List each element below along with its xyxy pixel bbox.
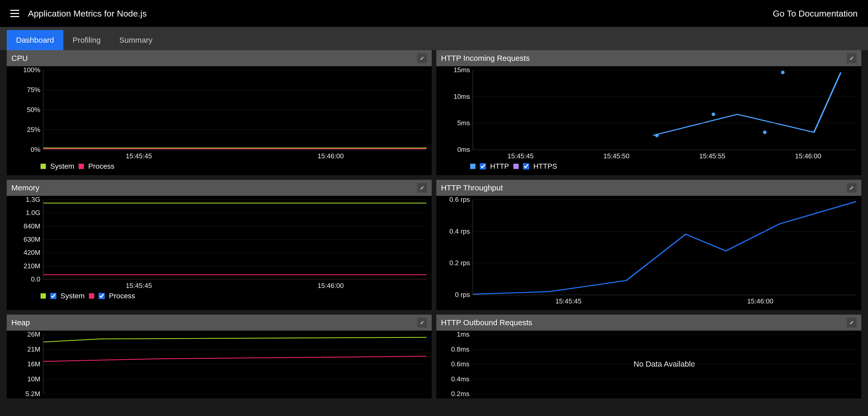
y-tick: 21M (27, 345, 43, 353)
y-tick: 0ms (457, 146, 473, 154)
y-tick: 0 rps (455, 291, 473, 299)
x-tick: 15:45:45 (43, 152, 235, 160)
y-tick: 25% (27, 126, 43, 134)
edit-icon[interactable] (847, 318, 857, 328)
panel-body: 100%75%50%25%0% 15:45:4515:46:00 System … (7, 66, 432, 175)
edit-icon[interactable] (417, 183, 427, 193)
gridline (472, 379, 856, 379)
svg-point-0 (655, 133, 659, 137)
x-tick: 15:45:45 (472, 152, 568, 160)
x-tick: 15:46:00 (664, 297, 856, 305)
y-tick: 1ms (457, 330, 472, 338)
documentation-link[interactable]: Go To Documentation (773, 8, 858, 19)
dashboard-grid: CPU 100%75%50%25%0% 15:45:4515:46:00 Sys… (0, 50, 868, 398)
y-tick: 1.3G (26, 196, 43, 204)
gridline (473, 96, 856, 97)
panel-header: HTTP Outbound Requests (436, 315, 861, 331)
legend-label: Process (109, 292, 135, 300)
swatch-system (40, 293, 46, 299)
gridline (473, 70, 856, 70)
y-tick: 420M (24, 248, 43, 257)
toggle-https[interactable] (523, 163, 529, 170)
y-tick: 0.6 rps (450, 196, 473, 204)
panel-body: 1.3G1.0G840M630M420M210M0.0 15:45:4515:4… (7, 196, 432, 305)
menu-icon[interactable] (10, 10, 19, 17)
swatch-https (513, 164, 519, 169)
y-tick: 5ms (457, 119, 473, 127)
svg-point-1 (712, 113, 715, 116)
panel-header: HTTP Incoming Requests (436, 50, 861, 66)
gridline (43, 364, 427, 364)
legend-http-in: HTTP HTTPS (441, 162, 856, 171)
legend-label: HTTPS (533, 162, 557, 171)
edit-icon[interactable] (417, 318, 427, 328)
gridline (43, 379, 427, 379)
panel-title: CPU (11, 54, 28, 63)
panel-body: No Data Available 1ms0.8ms0.6ms0.4ms0.2m… (436, 331, 861, 398)
legend-memory: System Process (12, 292, 427, 300)
y-tick: 0.4 rps (450, 227, 473, 235)
edit-icon[interactable] (417, 53, 427, 63)
x-tick: 15:46:00 (235, 152, 427, 160)
toggle-process[interactable] (98, 293, 105, 299)
panel-title: HTTP Outbound Requests (441, 318, 532, 327)
y-tick: 50% (27, 106, 43, 114)
panel-cpu: CPU 100%75%50%25%0% 15:45:4515:46:00 Sys… (7, 50, 432, 175)
gridline (43, 90, 427, 90)
chart-http-throughput: 0.6 rps0.4 rps0.2 rps0 rps (472, 200, 856, 295)
panel-http-incoming: HTTP Incoming Requests 15ms10ms5ms (436, 50, 861, 175)
gridline (43, 394, 427, 394)
x-tick: 15:45:45 (43, 282, 235, 290)
gridline (473, 295, 856, 295)
y-tick: 26M (27, 330, 43, 338)
tab-summary[interactable]: Summary (110, 30, 162, 50)
swatch-system (40, 164, 46, 169)
panel-header: HTTP Throughput (436, 180, 861, 196)
y-tick: 840M (24, 222, 43, 230)
gridline (43, 279, 427, 279)
gridline (472, 394, 856, 394)
y-tick: 630M (24, 235, 43, 243)
panel-http-throughput: HTTP Throughput 0.6 rps0.4 rps0.2 rps0 r… (436, 180, 861, 310)
edit-icon[interactable] (847, 53, 857, 63)
gridline (43, 334, 427, 334)
tab-dashboard[interactable]: Dashboard (7, 30, 63, 50)
panel-body: 26M21M16M10M5.2M (7, 331, 432, 398)
panel-body: 0.6 rps0.4 rps0.2 rps0 rps 15:45:4515:46… (436, 196, 861, 310)
gridline (472, 349, 856, 350)
app-title: Application Metrics for Node.js (28, 8, 147, 19)
x-tick: 15:45:50 (568, 152, 664, 160)
y-tick: 0.4ms (451, 375, 472, 383)
panel-header: Heap (7, 315, 432, 331)
panel-memory: Memory 1.3G1.0G840M630M420M210M0.0 15:45… (7, 180, 432, 310)
gridline (43, 129, 427, 130)
x-axis: 15:45:4515:45:5015:45:5515:46:00 (472, 152, 856, 160)
y-tick: 0.2ms (451, 390, 472, 398)
y-tick: 0% (31, 146, 43, 154)
svg-point-3 (781, 71, 785, 74)
panel-title: Heap (11, 318, 30, 327)
legend-cpu: System Process (12, 162, 427, 171)
swatch-http (470, 164, 476, 169)
panel-heap: Heap 26M21M16M10M5.2M (7, 315, 432, 398)
x-axis: 15:45:4515:46:00 (472, 297, 856, 305)
x-tick: 15:46:00 (760, 152, 856, 160)
gridline (472, 334, 856, 334)
chart-http-outbound: No Data Available 1ms0.8ms0.6ms0.4ms0.2m… (472, 334, 856, 394)
y-tick: 75% (27, 86, 43, 94)
toggle-system[interactable] (50, 293, 56, 299)
panel-header: Memory (7, 180, 432, 196)
legend-label: System (50, 162, 74, 171)
edit-icon[interactable] (847, 183, 857, 193)
toggle-http[interactable] (480, 163, 486, 170)
panel-title: Memory (11, 183, 39, 192)
y-tick: 5.2M (25, 390, 43, 398)
swatch-process (89, 293, 94, 299)
gridline (43, 239, 427, 240)
panel-http-outbound: HTTP Outbound Requests No Data Available… (436, 315, 861, 398)
y-tick: 15ms (454, 66, 473, 74)
tab-profiling[interactable]: Profiling (63, 30, 110, 50)
panel-body: 15ms10ms5ms0ms 15:45:4515:45:5015:45:551… (436, 66, 861, 175)
legend-label: HTTP (490, 162, 509, 171)
x-axis: 15:45:4515:46:00 (43, 282, 427, 290)
